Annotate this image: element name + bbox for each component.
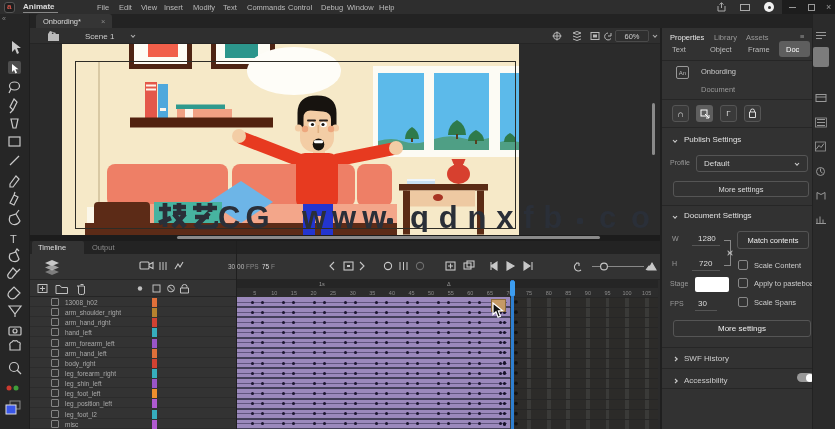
svg-text:T: T (10, 233, 17, 245)
svg-text:75: 75 (262, 263, 270, 270)
svg-text:F: F (271, 263, 275, 270)
svg-text:FPS: FPS (246, 263, 259, 270)
